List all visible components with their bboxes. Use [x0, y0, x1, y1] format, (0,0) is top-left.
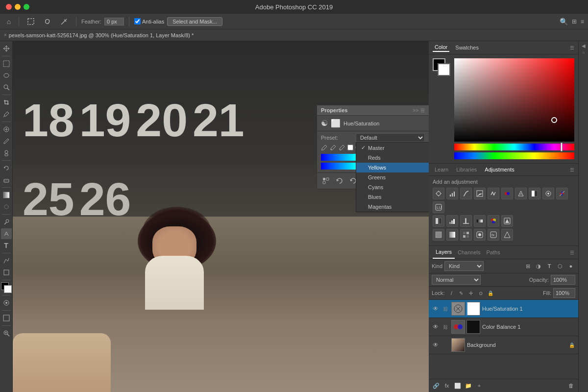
layers-tab-channels[interactable]: Channels — [455, 246, 483, 258]
history-brush[interactable] — [1, 163, 12, 173]
background-swatch[interactable] — [438, 63, 450, 76]
gradient-tool[interactable] — [1, 190, 12, 200]
adj5-btn[interactable] — [474, 229, 486, 241]
workspace-icon[interactable]: ≡ — [581, 18, 584, 25]
adjustments-tab[interactable]: Adjustments — [483, 166, 516, 173]
eyedropper-2-icon[interactable] — [330, 144, 337, 151]
vibrance-adj-btn[interactable] — [488, 188, 499, 199]
layers-tab-layers[interactable]: Layers — [433, 246, 455, 259]
tab-close-icon[interactable]: × — [4, 32, 7, 38]
adjustments-menu-icon[interactable]: ☰ — [570, 167, 574, 172]
new-group-icon[interactable]: 📁 — [464, 381, 473, 390]
filter-kind-select[interactable]: Kind — [444, 261, 484, 271]
screen-mode-tool[interactable] — [1, 313, 12, 323]
color-swatches[interactable] — [1, 282, 12, 293]
healing-brush[interactable] — [1, 124, 12, 135]
brightness-adj-btn[interactable] — [433, 188, 444, 199]
move-tool[interactable] — [1, 43, 12, 54]
eyedropper-tool[interactable] — [1, 109, 12, 120]
layer-eye-colorbalance[interactable]: 👁 — [432, 323, 440, 331]
quick-mask-tool[interactable] — [1, 297, 12, 308]
colorize-checkbox[interactable] — [347, 145, 353, 150]
dropdown-item-master[interactable]: ✓ Master ⌥2 — [356, 143, 429, 153]
minimize-button[interactable] — [15, 4, 21, 10]
colorlookup-adj-btn[interactable]: LUT — [433, 201, 444, 213]
adjustment-filter-icon[interactable]: ◑ — [534, 262, 543, 270]
adj7-btn[interactable] — [501, 229, 513, 241]
preset-select[interactable]: Default — [356, 133, 425, 142]
color-secondary-slider[interactable] — [454, 152, 574, 159]
pixel-filter-icon[interactable]: ⊞ — [523, 262, 532, 270]
layers-panel-menu[interactable]: ☰ — [570, 250, 574, 255]
smart-filter-icon[interactable]: ● — [566, 262, 575, 270]
color-gradient-area[interactable] — [454, 58, 574, 159]
dropdown-item-yellows[interactable]: Yellows ⌥4 — [356, 163, 429, 172]
dropdown-item-cyans[interactable]: Cyans ⌥6 — [356, 182, 429, 192]
learn-tab[interactable]: Learn — [433, 166, 450, 173]
photofilter-adj-btn[interactable] — [542, 188, 554, 199]
path-select-tool[interactable] — [1, 255, 12, 266]
add-mask-icon[interactable]: ⬜ — [453, 381, 462, 390]
dropdown-item-reds[interactable]: Reds ⌥3 — [356, 153, 429, 163]
posterize-adj-btn[interactable] — [446, 215, 458, 227]
home-icon[interactable]: ⌂ — [4, 17, 14, 26]
lasso-tool-left[interactable] — [1, 70, 12, 81]
eyedropper-1-icon[interactable] — [321, 144, 328, 151]
fill-input[interactable] — [553, 288, 575, 298]
selectivecolor-adj-btn[interactable] — [488, 215, 499, 227]
type-filter-icon[interactable]: T — [545, 262, 554, 270]
levels-adj-btn[interactable] — [446, 188, 458, 199]
marquee-tool-left[interactable] — [1, 58, 12, 69]
lock-artboard-icon[interactable]: ⊙ — [477, 289, 485, 297]
maximize-button[interactable] — [24, 4, 29, 10]
lasso-tool[interactable] — [41, 17, 54, 26]
clip-to-layer-icon[interactable] — [321, 176, 331, 186]
add-style-icon[interactable]: fx — [442, 381, 451, 390]
opacity-input[interactable] — [551, 275, 575, 285]
eraser-tool[interactable] — [1, 174, 12, 185]
layer-item-huesaturation[interactable]: 👁 ⛓ Hue/Saturation 1 — [429, 300, 578, 318]
gradient-adj-btn[interactable] — [446, 229, 458, 241]
shape-filter-icon[interactable]: ⬡ — [556, 262, 564, 270]
fg-bg-swatch-area[interactable] — [433, 58, 450, 76]
eyedropper-3-icon[interactable] — [339, 144, 345, 151]
new-layer-icon[interactable]: + — [475, 381, 484, 390]
quick-select-left[interactable] — [1, 82, 12, 93]
link-layers-icon[interactable]: 🔗 — [432, 381, 441, 390]
search-icon[interactable]: 🔍 — [560, 18, 568, 25]
view-previous-icon[interactable] — [335, 176, 344, 186]
view-options-icon[interactable]: ⊞ — [572, 18, 577, 25]
window-controls[interactable] — [6, 4, 29, 10]
antialias-checkbox[interactable]: Anti-alias — [134, 18, 164, 24]
panel-menu-icon[interactable]: ☰ — [420, 108, 425, 113]
solidcolor-adj-btn[interactable] — [433, 229, 444, 241]
background-color[interactable] — [4, 285, 12, 293]
color-panel-menu-icon[interactable]: ☰ — [570, 45, 574, 50]
layer-item-colorbalance[interactable]: 👁 ⛓ Color Balance 1 — [429, 318, 578, 336]
channelmixer-adj-btn[interactable] — [556, 188, 568, 199]
gradientmap-adj-btn[interactable] — [474, 215, 486, 227]
blend-mode-select[interactable]: Normal — [432, 275, 481, 285]
threshold-adj-btn[interactable] — [460, 215, 472, 227]
swatches-tab[interactable]: Swatches — [453, 44, 481, 51]
hue-slider[interactable] — [454, 144, 574, 150]
layer-item-background[interactable]: 👁 Background 🔒 — [429, 336, 578, 354]
bw-adj-btn[interactable] — [529, 188, 540, 199]
dropdown-item-blues[interactable]: Blues ⌥7 — [356, 192, 429, 202]
colorbalance-adj-btn[interactable] — [515, 188, 527, 199]
brush-tool[interactable] — [1, 136, 12, 147]
clone-stamp[interactable] — [1, 147, 12, 158]
lock-all-icon[interactable]: 🔒 — [487, 289, 494, 297]
dodge-tool[interactable] — [1, 217, 12, 227]
libraries-tab[interactable]: Libraries — [454, 166, 479, 173]
marquee-tool[interactable] — [24, 17, 38, 26]
crop-tool[interactable] — [1, 97, 12, 108]
brightness2-adj-btn[interactable] — [501, 215, 513, 227]
huesaturation-adj-btn[interactable] — [501, 188, 513, 199]
delete-layer-icon[interactable]: 🗑 — [566, 381, 575, 390]
select-mask-button[interactable]: Select and Mask... — [167, 17, 222, 26]
color-tab[interactable]: Color — [433, 43, 449, 52]
magic-wand-tool[interactable] — [57, 17, 71, 26]
dropdown-item-magentas[interactable]: Magentas ⌥8 — [356, 202, 429, 212]
hue-channel-dropdown[interactable]: ✓ Master ⌥2 Reds ⌥3 Yellows ⌥4 — [356, 142, 429, 212]
